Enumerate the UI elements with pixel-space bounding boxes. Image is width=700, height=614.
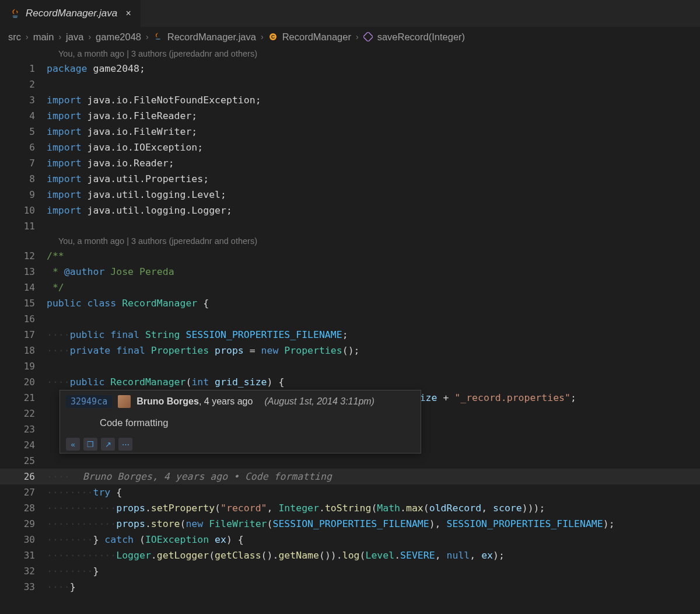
- code-line: ····public RecordManager(int grid_size) …: [47, 376, 284, 388]
- editor-tab[interactable]: RecordManager.java ×: [0, 0, 141, 27]
- bc-method[interactable]: saveRecord(Integer): [377, 32, 465, 43]
- code-line: */: [47, 282, 64, 293]
- code-line: package game2048;: [47, 63, 145, 74]
- copy-icon[interactable]: ❐: [83, 438, 97, 451]
- line-number: 4: [0, 110, 47, 121]
- code-line: * @author Jose Pereda: [47, 266, 174, 277]
- more-icon[interactable]: ⋯: [118, 438, 132, 451]
- code-line: ············Logger.getLogger(getClass().…: [47, 550, 505, 561]
- line-number: 16: [0, 313, 47, 325]
- bc-class[interactable]: RecordManager: [282, 32, 351, 43]
- line-number: 25: [0, 455, 47, 466]
- code-line: ········try {: [47, 487, 122, 498]
- code-line: public class RecordManager {: [47, 298, 209, 309]
- prev-commit-icon[interactable]: «: [66, 438, 80, 451]
- hover-message: Code formatting: [66, 408, 415, 437]
- line-number: 30: [0, 534, 47, 545]
- line-number: 23: [0, 424, 47, 435]
- avatar: [118, 395, 131, 408]
- line-number: 17: [0, 329, 47, 340]
- bc-file[interactable]: RecordManager.java: [167, 32, 256, 43]
- line-number: 18: [0, 345, 47, 356]
- line-number: 5: [0, 126, 47, 137]
- svg-text:C: C: [271, 34, 275, 40]
- commit-hash[interactable]: 32949ca: [66, 395, 112, 408]
- line-number: 32: [0, 566, 47, 577]
- line-number: 27: [0, 487, 47, 498]
- code-line: import java.util.logging.Level;: [47, 189, 226, 200]
- code-line: ····Bruno Borges, 4 years ago • Code for…: [47, 471, 332, 482]
- code-editor[interactable]: You, a month ago | 3 authors (jperedadnr…: [0, 47, 700, 595]
- line-number: 26: [0, 471, 47, 482]
- code-line: ····private final Properties props = new…: [47, 345, 360, 356]
- line-number: 33: [0, 581, 47, 592]
- git-blame-hover: 32949ca Bruno Borges, 4 years ago (Augus…: [60, 390, 421, 453]
- bc-pkg[interactable]: game2048: [96, 32, 141, 43]
- line-number: 19: [0, 361, 47, 372]
- code-line: ············props.store(new FileWriter(S…: [47, 518, 615, 529]
- codelens[interactable]: You, a month ago | 3 authors (jperedadnr…: [0, 47, 700, 61]
- line-number: 29: [0, 518, 47, 529]
- code-line: ····public final String SESSION_PROPERTI…: [47, 329, 348, 340]
- bc-java[interactable]: java: [66, 32, 83, 43]
- line-number: 12: [0, 250, 47, 261]
- line-number: 21: [0, 392, 47, 403]
- breadcrumb: src› main› java› game2048› RecordManager…: [0, 27, 700, 47]
- line-number: 13: [0, 266, 47, 277]
- code-line: import java.io.FileNotFoundException;: [47, 95, 261, 106]
- code-line: import java.io.FileWriter;: [47, 126, 197, 137]
- code-line: import java.io.FileReader;: [47, 110, 197, 121]
- line-number: 10: [0, 205, 47, 216]
- code-line: import java.util.Properties;: [47, 173, 209, 184]
- line-number: 20: [0, 376, 47, 388]
- close-icon[interactable]: ×: [125, 8, 131, 19]
- tab-bar: RecordManager.java ×: [0, 0, 700, 27]
- code-line: ····}: [47, 581, 76, 592]
- tab-filename: RecordManager.java: [26, 8, 117, 19]
- open-icon[interactable]: ↗: [101, 438, 115, 451]
- bc-main[interactable]: main: [33, 32, 54, 43]
- line-number: 14: [0, 282, 47, 293]
- line-number: 28: [0, 503, 47, 514]
- bc-src[interactable]: src: [8, 32, 21, 43]
- line-number: 2: [0, 79, 47, 90]
- hover-actions: « ❐ ↗ ⋯: [66, 437, 415, 451]
- inline-blame: Bruno Borges, 4 years ago • Code formatt…: [83, 471, 332, 482]
- code-line: ············props.setProperty("record", …: [47, 503, 545, 514]
- code-line: import java.io.Reader;: [47, 158, 174, 169]
- line-number: 9: [0, 189, 47, 200]
- svg-rect-2: [363, 32, 373, 41]
- method-icon: [363, 32, 373, 41]
- code-line: import java.util.logging.Logger;: [47, 205, 232, 216]
- code-line: ········} catch (IOException ex) {: [47, 534, 244, 545]
- java-file-icon: [153, 32, 163, 41]
- line-number: 7: [0, 158, 47, 169]
- java-file-icon: [9, 8, 21, 19]
- line-number: 6: [0, 142, 47, 153]
- line-number: 31: [0, 550, 47, 561]
- code-line: /**: [47, 250, 64, 261]
- codelens[interactable]: You, a month ago | 3 authors (jperedadnr…: [0, 234, 700, 248]
- code-line: ········}: [47, 566, 99, 577]
- hover-author: Bruno Borges: [136, 396, 199, 406]
- hover-ago: 4 years ago: [204, 396, 253, 406]
- class-icon: C: [268, 32, 278, 41]
- line-number: 3: [0, 95, 47, 106]
- line-number: 15: [0, 298, 47, 309]
- line-number: 22: [0, 408, 47, 419]
- code-line: import java.io.IOException;: [47, 142, 203, 153]
- line-number: 11: [0, 221, 47, 232]
- line-number: 1: [0, 63, 47, 74]
- line-number: 24: [0, 439, 47, 451]
- hover-date: (August 1st, 2014 3:11pm): [264, 396, 374, 407]
- line-number: 8: [0, 173, 47, 184]
